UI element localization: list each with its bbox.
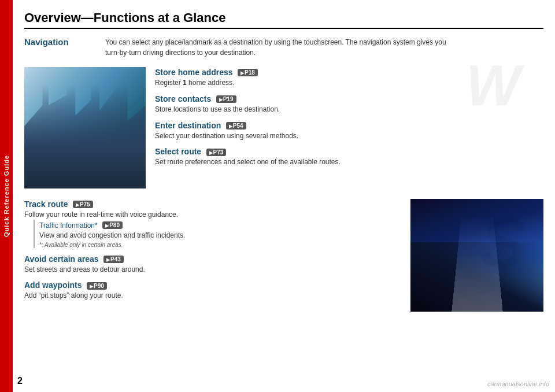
- sidebar-tab: Quick Reference Guide: [0, 0, 13, 392]
- sidebar-label: Quick Reference Guide: [3, 155, 10, 237]
- page-title: Overview—Functions at a Glance: [24, 10, 543, 29]
- w-decoration: W: [466, 52, 520, 119]
- avoid-areas-desc: Set streets and areas to detour around.: [24, 265, 401, 275]
- function-track-route: Track route P75 Follow your route in rea…: [24, 199, 401, 248]
- traffic-info-ref[interactable]: P80: [102, 221, 123, 229]
- track-route-ref[interactable]: P75: [73, 201, 93, 208]
- store-home-ref[interactable]: P18: [238, 69, 258, 76]
- track-route-title: Track route: [24, 199, 68, 209]
- add-waypoints-ref[interactable]: P90: [87, 282, 107, 290]
- store-contacts-ref[interactable]: P19: [216, 95, 236, 103]
- traffic-info-note: *: Available only in certain areas.: [39, 242, 401, 248]
- enter-destination-ref[interactable]: P54: [226, 122, 246, 130]
- watermark: carmanualsonline.info: [487, 380, 549, 387]
- select-route-title: Select route: [155, 147, 201, 156]
- navigation-label-container: Navigation: [24, 37, 105, 58]
- function-enter-destination: Enter destination P54 Select your destin…: [155, 120, 543, 141]
- select-route-ref[interactable]: P73: [206, 149, 227, 156]
- navigation-desc-line1: You can select any place/landmark as a d…: [105, 38, 446, 46]
- store-home-title: Store home address: [155, 68, 233, 77]
- page-number: 2: [17, 376, 23, 386]
- add-waypoints-desc: Add “pit stops” along your route.: [24, 291, 401, 301]
- store-contacts-title: Store contacts: [155, 94, 211, 103]
- navigation-label: Navigation: [24, 37, 69, 47]
- function-avoid-areas: Avoid certain areas P43 Set streets and …: [24, 254, 401, 275]
- function-select-route: Select route P73 Set route preferences a…: [155, 146, 543, 167]
- navigation-desc-line2: turn-by-turn driving directions to your …: [105, 49, 256, 57]
- avoid-areas-title: Avoid certain areas: [24, 254, 99, 264]
- lower-section: Track route P75 Follow your route in rea…: [24, 199, 543, 312]
- function-add-waypoints: Add waypoints P90 Add “pit stops” along …: [24, 280, 401, 301]
- track-route-desc: Follow your route in real-time with voic…: [24, 210, 401, 220]
- add-waypoints-title: Add waypoints: [24, 280, 82, 290]
- sub-item-traffic: Traffic Information* P80 View and avoid …: [34, 220, 401, 248]
- building-image: [24, 67, 146, 188]
- enter-destination-desc: Select your destination using several me…: [155, 131, 543, 141]
- avoid-areas-ref[interactable]: P43: [103, 256, 124, 263]
- s-decoration: S: [480, 202, 526, 282]
- traffic-info-desc: View and avoid congestion and traffic in…: [39, 231, 401, 241]
- lower-function-list: Track route P75 Follow your route in rea…: [24, 199, 401, 312]
- traffic-info-title: Traffic Information*: [39, 221, 98, 230]
- enter-destination-title: Enter destination: [155, 121, 221, 130]
- select-route-desc: Set route preferences and select one of …: [155, 157, 543, 167]
